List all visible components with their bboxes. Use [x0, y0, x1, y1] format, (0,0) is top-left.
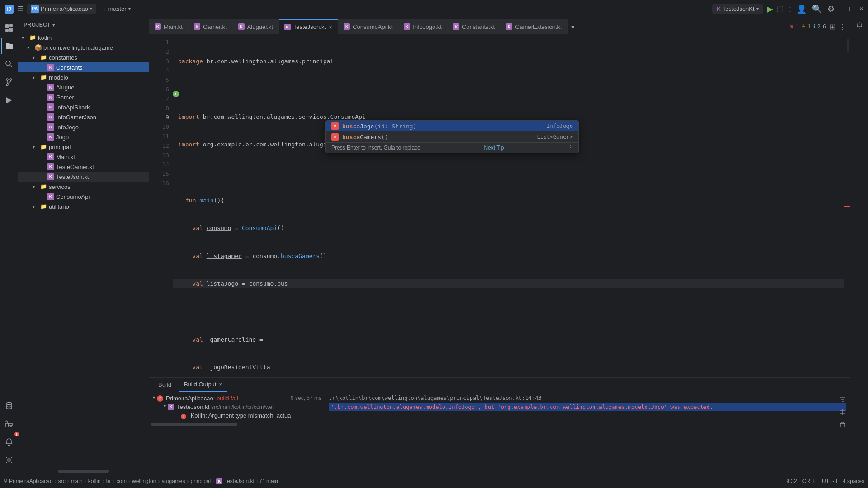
panel-tab-build[interactable]: Build	[153, 378, 177, 392]
breadcrumb-br: br	[106, 478, 111, 484]
build-file-expand[interactable]: ▾	[164, 404, 166, 408]
error-badge[interactable]: ⊗ 1	[789, 23, 798, 30]
tab-infojogo-kt[interactable]: K InfoJogo.kt	[398, 19, 448, 34]
tree-label-infojogo: InfoJogo	[56, 124, 79, 131]
run-button-gutter[interactable]: ▶	[173, 91, 179, 97]
autocomplete-next-tip[interactable]: Next Tip	[484, 145, 504, 151]
activity-settings-button[interactable]	[1, 452, 17, 468]
tree-item-main-kt[interactable]: K Main.kt	[18, 152, 149, 162]
main-layout: 1 Project ▾ ▾ 📁 kotlin ▾ 📦 br.com.wellin…	[0, 18, 868, 474]
activity-explorer-button[interactable]	[1, 38, 17, 54]
tab-testejson-kt[interactable]: K TesteJson.kt ×	[279, 19, 338, 34]
search-button[interactable]: 🔍	[812, 4, 822, 14]
tree-item-servicos[interactable]: ▾ 📁 servicos	[18, 182, 149, 192]
build-item-file[interactable]: ▾ K TesteJson.kt src/main/kotlin/br/com/…	[162, 403, 323, 411]
activity-notifications-button[interactable]: 1	[1, 434, 17, 450]
panel-action-sort[interactable]	[837, 407, 848, 418]
tree-item-gamer[interactable]: K Gamer	[18, 92, 149, 102]
tab-main-kt[interactable]: K Main.kt	[149, 19, 189, 34]
sidebar-scrollbar[interactable]	[20, 470, 147, 473]
activity-run-button[interactable]	[1, 92, 17, 108]
error-indicators: ⊗ 1 ⚠ 1 ℹ 2 6	[789, 23, 826, 30]
autocomplete-item-buscagamers[interactable]: m buscaGamers() List<Gamer>	[326, 131, 578, 142]
error-detail-container: '.br.com.wellington.alugames.modelo.Info…	[329, 403, 846, 411]
activity-database-button[interactable]	[1, 398, 17, 414]
tree-item-package[interactable]: ▾ 📦 br.com.wellington.alugame	[18, 42, 149, 52]
build-sub-row: ▾ K TesteJson.kt src/main/kotlin/br/com/…	[151, 403, 323, 420]
build-item-project[interactable]: ▾ ✕ PrimeiraAplicacao: build fail 9 sec,…	[151, 394, 323, 403]
package-icon: 📦	[34, 44, 42, 51]
tree-item-kotlin[interactable]: ▾ 📁 kotlin	[18, 33, 149, 42]
close-button[interactable]: ×	[859, 5, 863, 13]
autocomplete-type-1: List<Gamer>	[537, 134, 573, 140]
folder-icon-principal: 📁	[40, 143, 47, 150]
tree-item-infoapishark[interactable]: K InfoApiShark	[18, 102, 149, 112]
editor-actions-button[interactable]: ⊞	[830, 23, 835, 31]
autocomplete-item-buscajogo[interactable]: m buscaJogo(id: String) InfoJogo	[326, 121, 578, 131]
notifications-button[interactable]: ⚙	[827, 4, 835, 14]
sidebar-dropdown-icon[interactable]: ▾	[52, 23, 55, 28]
code-editor[interactable]: ▶ 1 2 3 4 5 6 7 8 9 10 11 12 13 14 15 16	[149, 34, 850, 377]
tab-close-testejson[interactable]: ×	[329, 23, 332, 31]
tree-item-constants[interactable]: K Constants	[18, 62, 149, 72]
tree-item-principal[interactable]: ▾ 📁 principal	[18, 142, 149, 152]
tab-more-button[interactable]: ▾	[568, 19, 578, 34]
panel-action-filter[interactable]	[837, 394, 848, 405]
tree-label-testegamer: TesteGamer.kt	[56, 164, 94, 170]
editor-more-button[interactable]: ⋮	[839, 23, 846, 31]
panel-tab-close-build-output[interactable]: ×	[219, 381, 222, 388]
autocomplete-more-icon[interactable]: ⋮	[567, 145, 573, 151]
branch-selector[interactable]: ⑂ master ▾	[99, 4, 134, 14]
tree-item-modelo[interactable]: ▾ 📁 modelo	[18, 72, 149, 82]
breadcrumb-file-icon: K	[216, 478, 222, 484]
debug-button[interactable]: ⬚	[777, 5, 783, 13]
build-status-error: ✕	[157, 395, 163, 402]
panel-left-scrollbar[interactable]	[151, 423, 323, 426]
panel-tab-build-output[interactable]: Build Output ×	[179, 378, 228, 392]
tree-label-infoapishark: InfoApiShark	[56, 104, 90, 111]
right-toolbar-notifications[interactable]	[854, 20, 865, 31]
svg-rect-0	[5, 24, 9, 28]
warn-badge[interactable]: ⚠ 1	[801, 23, 811, 30]
code-content[interactable]: package br.com.wellington.alugames.princ…	[173, 34, 844, 377]
activity-search-button[interactable]	[1, 56, 17, 72]
tab-gamerextesion-kt[interactable]: K GamerExtesion.kt	[500, 19, 567, 34]
tree-item-consumoapi[interactable]: K ConsumoApi	[18, 192, 149, 202]
tab-icon-gamerextesion: K	[506, 23, 512, 30]
tab-consumoapi-kt[interactable]: K ConsumoApi.kt	[338, 19, 398, 34]
tree-item-testegamer[interactable]: K TesteGamer.kt	[18, 162, 149, 172]
tab-gamer-kt[interactable]: K Gamer.kt	[189, 19, 233, 34]
error-path-text: .n\kotlin\br\com\wellington\alugames\pri…	[329, 395, 542, 401]
info-badge[interactable]: ℹ 2	[813, 23, 820, 30]
build-expand-arrow[interactable]: ▾	[153, 395, 155, 400]
tab-icon-gamer: K	[194, 23, 200, 30]
autocomplete-popup[interactable]: m buscaJogo(id: String) InfoJogo m busca…	[326, 120, 579, 153]
run-gutter-indicator[interactable]: ▶	[173, 89, 179, 99]
tree-item-aluguel[interactable]: K Aluguel	[18, 82, 149, 92]
run-button[interactable]: ▶	[767, 4, 773, 14]
tree-item-infogamerjson[interactable]: K InfoGamerJson	[18, 112, 149, 122]
tab-constants-kt[interactable]: K Constants.kt	[448, 19, 500, 34]
profile-button[interactable]: 👤	[797, 4, 807, 14]
tree-item-testejson[interactable]: K TesteJson.kt	[18, 172, 149, 182]
build-error-msg: ! Kotlin: Argument type mismatch: actua	[162, 411, 323, 420]
minimize-button[interactable]: −	[840, 5, 844, 13]
maximize-button[interactable]: □	[849, 5, 854, 13]
activity-project-button[interactable]	[1, 20, 17, 36]
tree-item-constantes[interactable]: ▾ 📁 constantes	[18, 52, 149, 62]
editor-right-scrollbar[interactable]	[844, 34, 850, 377]
hamburger-button[interactable]: ☰	[17, 5, 24, 13]
activity-plugins-button[interactable]	[1, 416, 17, 432]
tree-item-infojogo[interactable]: K InfoJogo	[18, 122, 149, 132]
tree-item-utilitario[interactable]: ▾ 📁 utilitario	[18, 202, 149, 211]
tab-aluguel-kt[interactable]: K Aluguel.kt	[233, 19, 279, 34]
tab-label-gamer: Gamer.kt	[203, 23, 227, 30]
tab-icon-main: K	[155, 23, 161, 30]
project-selector[interactable]: PA PrimeiraAplicacao ▾	[27, 4, 96, 14]
tree-item-jogo[interactable]: K Jogo	[18, 132, 149, 142]
more-button[interactable]: ⋮	[787, 5, 793, 12]
activity-vcs-button[interactable]	[1, 74, 17, 90]
run-target-selector[interactable]: K TesteJsonKt ▾	[712, 4, 763, 14]
panel-action-clear[interactable]	[837, 419, 848, 430]
bc-sep-3: ›	[85, 478, 86, 484]
